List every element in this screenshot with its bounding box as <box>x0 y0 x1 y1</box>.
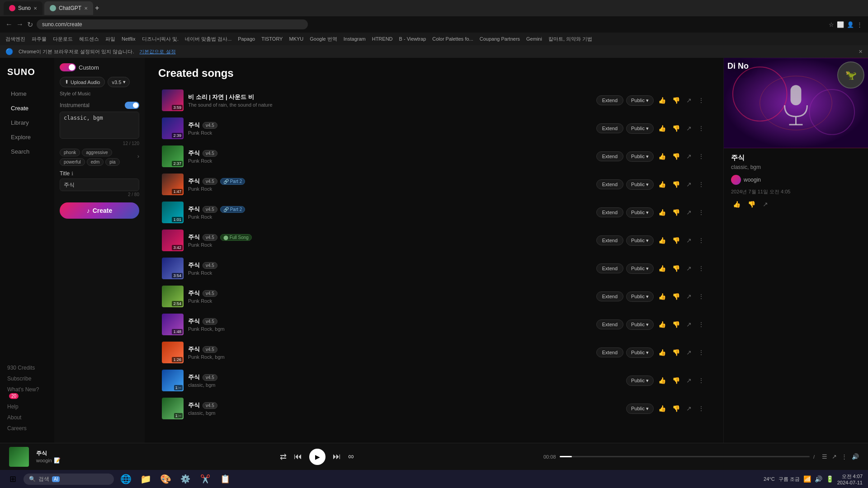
public-button-2[interactable]: Public ▾ <box>626 123 654 134</box>
taskbar-app1[interactable]: ⚙️ <box>177 471 193 487</box>
bookmark-disney[interactable]: 디즈니+|픽사 및. <box>140 35 180 43</box>
dislike-icon-2[interactable]: 👎 <box>670 123 682 134</box>
more-icon-10[interactable]: ⋮ <box>696 347 706 358</box>
more-icon-3[interactable]: ⋮ <box>696 151 706 162</box>
share-icon-10[interactable]: ↗ <box>684 347 693 358</box>
tag-edm[interactable]: edm <box>87 158 104 166</box>
song-row[interactable]: 1:48 주식 v4.5 Punk Rock, bgm Extend Publi… <box>158 311 710 338</box>
bookmark-last[interactable]: 칼마트, 의약와 기법 <box>547 35 594 43</box>
tag-aggressive[interactable]: aggressive <box>82 149 112 156</box>
song-row[interactable]: 3:54 주식 v4.5 Punk Rock Extend Public ▾ 👍… <box>158 255 710 282</box>
repeat-button[interactable]: ∞ <box>348 452 354 461</box>
forward-button[interactable]: → <box>16 20 24 28</box>
add-to-queue-icon[interactable]: ☰ <box>822 453 827 460</box>
share-icon-12[interactable]: ↗ <box>684 403 693 414</box>
sidebar-item-home[interactable]: Home <box>4 87 51 101</box>
scroll-right-icon[interactable]: › <box>137 153 139 160</box>
dislike-icon-4[interactable]: 👎 <box>670 179 682 190</box>
extend-button-9[interactable]: Extend <box>596 319 623 329</box>
bookmark-papago[interactable]: Papago <box>236 35 257 42</box>
tag-phonk[interactable]: phonk <box>60 149 80 156</box>
instrumental-toggle[interactable] <box>125 102 139 109</box>
dislike-icon-7[interactable]: 👎 <box>670 263 682 274</box>
rp-share-icon[interactable]: ↗ <box>761 199 770 210</box>
share-icon-3[interactable]: ↗ <box>684 151 693 162</box>
share-icon-11[interactable]: ↗ <box>684 375 693 386</box>
share-icon-5[interactable]: ↗ <box>684 207 693 218</box>
taskbar-sound-icon[interactable]: 🔊 <box>815 475 822 483</box>
dislike-icon-1[interactable]: 👎 <box>670 95 682 106</box>
dislike-icon-12[interactable]: 👎 <box>670 403 682 414</box>
rp-dislike-icon[interactable]: 👎 <box>746 199 757 210</box>
song-row[interactable]: 2:39 주식 v4.5 Punk Rock Extend Public ▾ 👍… <box>158 115 710 142</box>
more-icon-7[interactable]: ⋮ <box>696 263 706 274</box>
sidebar-item-library[interactable]: Library <box>4 116 51 130</box>
dislike-icon-11[interactable]: 👎 <box>670 375 682 386</box>
tag-pia[interactable]: pia <box>105 158 119 166</box>
dislike-icon-8[interactable]: 👎 <box>670 291 682 302</box>
bookmark-5[interactable]: 파일 <box>104 35 117 43</box>
more-icon-12[interactable]: ⋮ <box>696 403 706 414</box>
play-button[interactable]: ▶ <box>309 449 326 465</box>
bookmark-viewtrap[interactable]: B - Viewtrap <box>397 35 428 42</box>
bookmark-naver[interactable]: 네이버 맞춤법 검사... <box>183 35 233 43</box>
extend-button-7[interactable]: Extend <box>596 263 623 273</box>
sidebar-item-search[interactable]: Search <box>4 145 51 159</box>
tab-close-suno[interactable]: ✕ <box>33 6 37 11</box>
song-row[interactable]: 1:-- 주식 v4.5 classic, bgm Public ▾ 👍 👎 ↗… <box>158 367 710 394</box>
rp-like-icon[interactable]: 👍 <box>731 199 742 210</box>
taskbar-app3[interactable]: 📋 <box>217 471 233 487</box>
upload-audio-button[interactable]: ⬆ Upload Audio <box>60 77 105 87</box>
song-row[interactable]: 2:54 주식 v4.5 Punk Rock Extend Public ▾ 👍… <box>158 283 710 310</box>
like-icon-10[interactable]: 👍 <box>656 347 668 358</box>
sidebar-subscribe[interactable]: Subscribe <box>0 373 54 384</box>
tab-chatgpt[interactable]: ChatGPT ✕ <box>44 1 93 15</box>
sidebar-help[interactable]: Help <box>0 401 54 412</box>
sidebar-careers[interactable]: Careers <box>0 423 54 434</box>
sidebar-about[interactable]: About <box>0 412 54 423</box>
public-button-10[interactable]: Public ▾ <box>626 347 654 358</box>
more-icon-6[interactable]: ⋮ <box>696 235 706 246</box>
song-row[interactable]: 1:01 주식 v4.5 🔗 Part 2 Punk Rock Extend P… <box>158 199 710 226</box>
share-icon-8[interactable]: ↗ <box>684 291 693 302</box>
bookmark-mkyu[interactable]: MKYU <box>287 35 305 42</box>
volume-icon[interactable]: 🔊 <box>852 453 859 460</box>
profile-icon[interactable]: 👤 <box>847 21 854 28</box>
share-icon-2[interactable]: ↗ <box>684 123 693 134</box>
sidebar-item-create[interactable]: Create <box>4 101 51 115</box>
create-button[interactable]: ♪ Create <box>60 202 139 219</box>
public-button-5[interactable]: Public ▾ <box>626 207 654 218</box>
rp-username[interactable]: woogin <box>744 177 761 183</box>
like-icon-9[interactable]: 👍 <box>656 319 668 330</box>
more-icon-11[interactable]: ⋮ <box>696 375 706 386</box>
extend-button-3[interactable]: Extend <box>596 151 623 161</box>
song-row[interactable]: 1:47 주식 v4.5 🔗 Part 2 Punk Rock Extend P… <box>158 171 710 198</box>
extend-button-2[interactable]: Extend <box>596 123 623 133</box>
like-icon-3[interactable]: 👍 <box>656 151 668 162</box>
extend-button-6[interactable]: Extend <box>596 235 623 245</box>
bookmark-1[interactable]: 검색엔진 <box>4 35 27 43</box>
bookmark-coupang[interactable]: Coupang Partners <box>478 35 522 42</box>
public-button-8[interactable]: Public ▾ <box>626 291 654 302</box>
like-icon-2[interactable]: 👍 <box>656 123 668 134</box>
public-button-12[interactable]: Public ▾ <box>626 404 654 414</box>
song-row[interactable]: 1:-- 주식 v4.5 classic, bgm Public ▾ 👍 👎 ↗… <box>158 395 710 422</box>
more-icon-2[interactable]: ⋮ <box>696 123 706 134</box>
more-icon-5[interactable]: ⋮ <box>696 207 706 218</box>
taskbar-chrome[interactable]: 🌐 <box>118 471 134 487</box>
public-button-7[interactable]: Public ▾ <box>626 263 654 274</box>
tab-close-chatgpt[interactable]: ✕ <box>84 6 88 11</box>
menu-icon[interactable]: ⋮ <box>857 21 863 28</box>
dislike-icon-5[interactable]: 👎 <box>670 207 682 218</box>
more-icon-9[interactable]: ⋮ <box>696 319 706 330</box>
dislike-icon-6[interactable]: 👎 <box>670 235 682 246</box>
share-icon-6[interactable]: ↗ <box>684 235 693 246</box>
bookmark-4[interactable]: 헤드센스 <box>77 35 101 43</box>
extend-button-8[interactable]: Extend <box>596 291 623 301</box>
more-player-icon[interactable]: ⋮ <box>841 453 847 460</box>
bookmark-star-icon[interactable]: ☆ <box>829 21 834 28</box>
bookmark-instagram[interactable]: Instagram <box>342 35 368 42</box>
like-icon-4[interactable]: 👍 <box>656 179 668 190</box>
song-row[interactable]: 3:59 비 소리 | 자연 | 사운드 비 The sound of rain… <box>158 87 710 114</box>
like-icon-5[interactable]: 👍 <box>656 207 668 218</box>
